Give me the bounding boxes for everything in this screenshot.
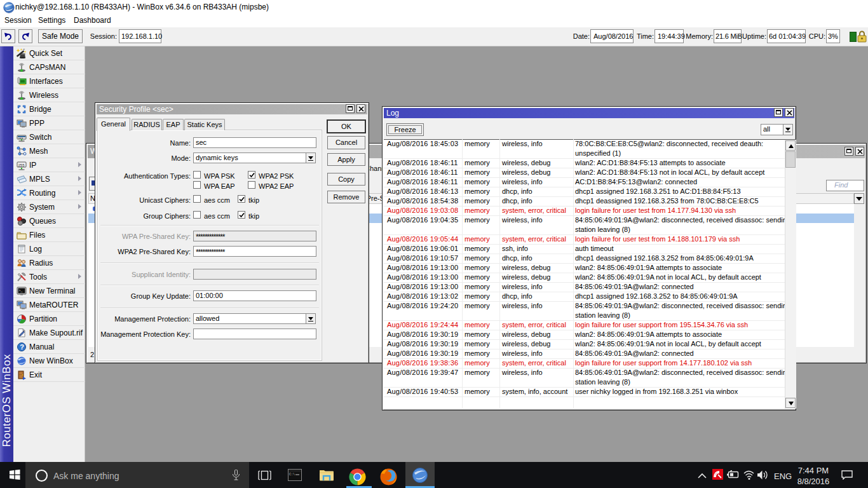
svg-text:C:\: C:\ [289,473,295,477]
svg-text:?: ? [20,343,24,351]
svg-text:255: 255 [18,163,25,167]
svg-text:>_: >_ [19,288,23,292]
